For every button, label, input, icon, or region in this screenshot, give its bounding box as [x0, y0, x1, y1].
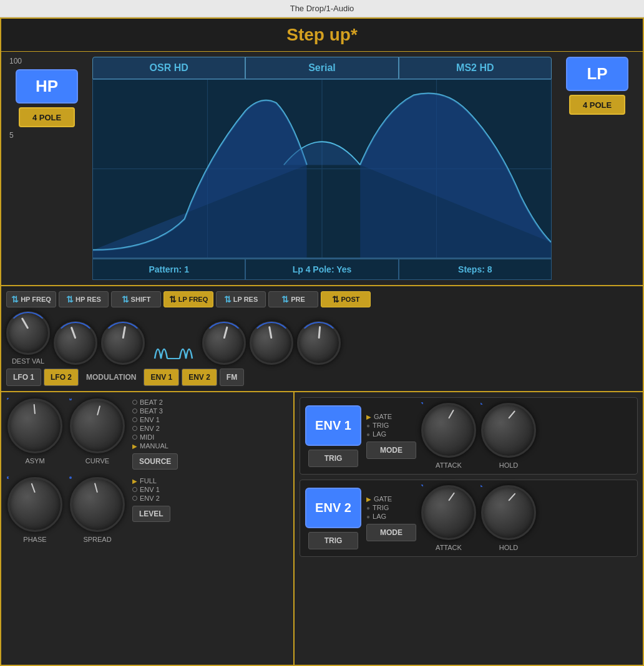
tab-serial[interactable]: Serial — [245, 57, 398, 79]
level-env2[interactable]: ENV 2 — [132, 495, 170, 502]
shift-btn[interactable]: ⇅ SHIFT — [111, 291, 161, 307]
post-knob-container — [297, 321, 341, 365]
env2-mod-btn[interactable]: ENV 2 — [182, 369, 217, 386]
source-env2[interactable]: ENV 2 — [132, 425, 178, 432]
level-button[interactable]: LEVEL — [132, 506, 170, 522]
env1-gate-options: ▶ GATE ● TRIG ● LAG MODE — [366, 413, 416, 459]
plugin-title: Step up* — [1, 19, 643, 52]
attack1-ring — [421, 402, 423, 405]
lp-freq-center — [149, 334, 198, 365]
midi-dot — [132, 435, 137, 440]
lfo1-btn[interactable]: LFO 1 — [6, 369, 41, 386]
env2-hold-container: HOLD — [481, 485, 536, 551]
lfo-bottom-row: PHASE SPREAD ▶ FULL — [7, 477, 287, 543]
env1-gate[interactable]: ▶ GATE — [366, 413, 416, 420]
display-tabs: OSR HD Serial MS2 HD — [92, 57, 552, 79]
curve-knob[interactable] — [70, 398, 125, 453]
mod-label-buttons: ⇅ HP FREQ ⇅ HP RES ⇅ SHIFT ⇅ LP FREQ — [6, 291, 371, 307]
source-midi[interactable]: MIDI — [132, 433, 178, 441]
chevron-icon: ⇅ — [11, 294, 19, 304]
shift-knob-container — [101, 321, 145, 365]
env-section: ENV 1 TRIG ▶ GATE ● TRIG ● LAG — [295, 392, 643, 665]
shift-knob[interactable] — [101, 321, 145, 365]
source-manual[interactable]: ▶ MANUAL — [132, 442, 178, 450]
title-bar-label: The Drop/1-Audio — [290, 4, 354, 13]
attack2-ring — [421, 485, 423, 487]
env2-trig[interactable]: ● TRIG — [366, 504, 416, 511]
beat3-dot — [132, 408, 137, 413]
pre-btn[interactable]: ⇅ PRE — [268, 291, 318, 307]
dest-val-container: DEST VAL — [6, 311, 50, 365]
lp-freq-btn[interactable]: ⇅ LP FREQ — [163, 291, 213, 307]
curve-ring — [69, 398, 72, 400]
env1-block: ENV 1 TRIG ▶ GATE ● TRIG ● LAG — [300, 397, 638, 475]
hp-freq-btn[interactable]: ⇅ HP FREQ — [6, 291, 56, 307]
trig-dot: ● — [366, 422, 370, 429]
hp-freq-label2: 5 — [9, 131, 14, 140]
source-env1[interactable]: ENV 1 — [132, 416, 178, 423]
level-full[interactable]: ▶ FULL — [132, 477, 170, 485]
title-bar: The Drop/1-Audio — [0, 0, 644, 17]
chevron-icon: ⇅ — [122, 294, 129, 304]
env1-trig-btn[interactable]: TRIG — [308, 450, 358, 467]
asym-knob[interactable] — [7, 398, 62, 453]
env2-trig-btn[interactable]: TRIG — [308, 532, 358, 549]
env1-attack-knob[interactable] — [421, 403, 476, 458]
lfo2-btn[interactable]: LFO 2 — [44, 369, 79, 386]
fm-btn[interactable]: FM — [220, 369, 244, 386]
full-triangle: ▶ — [132, 478, 137, 485]
mod-section: ⇅ HP FREQ ⇅ HP RES ⇅ SHIFT ⇅ LP FREQ — [1, 286, 643, 392]
env2-lag[interactable]: ● LAG — [366, 513, 416, 520]
env2-mode-btn[interactable]: MODE — [366, 524, 416, 541]
tab-osr-hd[interactable]: OSR HD — [92, 57, 245, 79]
env2-hold-knob[interactable] — [481, 485, 536, 540]
hp-res-btn[interactable]: ⇅ HP RES — [59, 291, 109, 307]
hp-res-knob-container — [54, 321, 97, 365]
lp-pole-info: Lp 4 Pole: Yes — [245, 259, 398, 280]
lp-button[interactable]: LP — [566, 57, 628, 91]
hp-section: 100 HP 4 POLE 5 — [6, 57, 87, 280]
mod-main-row: ⇅ HP FREQ ⇅ HP RES ⇅ SHIFT ⇅ LP FREQ — [6, 291, 638, 386]
source-button[interactable]: SOURCE — [132, 453, 178, 470]
phase-knob[interactable] — [7, 477, 62, 532]
phase-ring — [7, 476, 9, 479]
display-info-bar: Pattern: 1 Lp 4 Pole: Yes Steps: 8 — [92, 258, 552, 280]
main-container: Step up* 100 HP 4 POLE 5 OSR HD Serial M… — [0, 17, 644, 666]
mod-knobs-row: DEST VAL — [6, 311, 371, 365]
env1-lag[interactable]: ● LAG — [366, 430, 416, 438]
env1-hold-knob[interactable] — [481, 403, 536, 458]
hp-res-knob[interactable] — [54, 321, 97, 365]
level-env1-dot — [132, 487, 137, 492]
pre-knob[interactable] — [250, 321, 293, 365]
env1-button[interactable]: ENV 1 — [305, 405, 361, 446]
spread-knob[interactable] — [70, 477, 125, 532]
manual-triangle: ▶ — [132, 443, 137, 450]
lp-res-knob-container — [202, 321, 246, 365]
env1-attack-container: ATTACK — [421, 403, 476, 469]
source-beat2[interactable]: BEAT 2 — [132, 398, 178, 406]
source-beat3[interactable]: BEAT 3 — [132, 407, 178, 415]
spread-ring — [69, 476, 72, 479]
post-knob[interactable] — [297, 321, 341, 365]
hp-pole-button[interactable]: 4 POLE — [19, 107, 75, 127]
env2-main: ENV 2 TRIG — [305, 488, 361, 549]
lp-res-btn[interactable]: ⇅ LP RES — [216, 291, 266, 307]
lfo-section: ASYM CURVE BEAT 2 — [1, 392, 295, 665]
env1-trig[interactable]: ● TRIG — [366, 422, 416, 429]
bottom-section: ASYM CURVE BEAT 2 — [1, 392, 643, 665]
source-options: BEAT 2 BEAT 3 ENV 1 ENV 2 — [132, 398, 178, 470]
env2-attack-knob[interactable] — [421, 485, 476, 540]
env2-dot — [132, 426, 137, 431]
env1-mod-btn[interactable]: ENV 1 — [144, 369, 179, 386]
env2-button[interactable]: ENV 2 — [305, 488, 361, 528]
env1-mode-btn[interactable]: MODE — [366, 442, 416, 459]
env2-gate[interactable]: ▶ GATE — [366, 495, 416, 503]
lp-pole-button[interactable]: 4 POLE — [569, 95, 625, 115]
tab-ms2-hd[interactable]: MS2 HD — [399, 57, 552, 79]
lp-res-knob[interactable] — [202, 321, 246, 365]
hp-button[interactable]: HP — [16, 69, 78, 104]
level-env1[interactable]: ENV 1 — [132, 486, 170, 493]
dest-val-knob[interactable] — [6, 311, 50, 355]
post-btn[interactable]: ⇅ POST — [321, 291, 371, 307]
gate-triangle: ▶ — [366, 413, 371, 420]
